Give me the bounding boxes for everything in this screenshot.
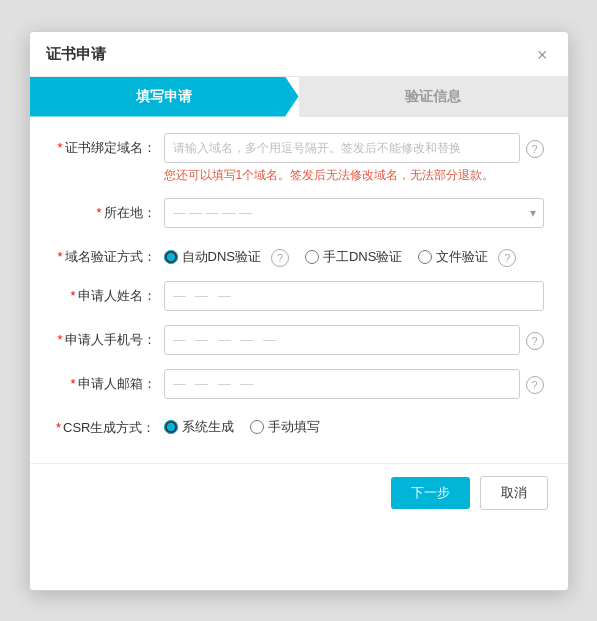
domain-content: ? 您还可以填写1个域名。签发后无法修改域名，无法部分退款。 (164, 133, 544, 184)
required-star-phone: * (57, 332, 62, 347)
applicant-phone-row: *申请人手机号： ? (54, 325, 544, 355)
radio-manual-dns-input[interactable] (305, 250, 319, 264)
next-button[interactable]: 下一步 (391, 477, 470, 509)
radio-manual-fill-label: 手动填写 (268, 418, 320, 436)
validation-content: 自动DNS验证 ? 手工DNS验证 文件验证 ? (164, 242, 544, 267)
csr-content: 系统生成 手动填写 (164, 413, 544, 436)
validation-label: *域名验证方式： (54, 242, 164, 266)
location-row: *所在地： — — — — — ▾ (54, 198, 544, 228)
auto-dns-help-icon[interactable]: ? (271, 249, 289, 267)
domain-hint: 您还可以填写1个域名。签发后无法修改域名，无法部分退款。 (164, 167, 544, 184)
csr-radio-group: 系统生成 手动填写 (164, 413, 544, 436)
tab-verify[interactable]: 验证信息 (299, 77, 568, 117)
radio-manual-dns[interactable]: 手工DNS验证 (305, 248, 402, 266)
email-input-row: ? (164, 369, 544, 399)
applicant-phone-label: *申请人手机号： (54, 325, 164, 349)
radio-auto-dns-label: 自动DNS验证 (182, 248, 261, 266)
certificate-apply-dialog: 证书申请 × 填写申请 验证信息 *证书绑定域名： ? 您还可以填写1个域名。签… (29, 31, 569, 591)
domain-row: *证书绑定域名： ? 您还可以填写1个域名。签发后无法修改域名，无法部分退款。 (54, 133, 544, 184)
applicant-name-content (164, 281, 544, 311)
radio-auto-gen-input[interactable] (164, 420, 178, 434)
radio-auto-gen-label: 系统生成 (182, 418, 234, 436)
domain-input-row: ? (164, 133, 544, 163)
applicant-name-label: *申请人姓名： (54, 281, 164, 305)
applicant-email-label: *申请人邮箱： (54, 369, 164, 393)
csr-label: *CSR生成方式： (54, 413, 164, 437)
radio-manual-fill-input[interactable] (250, 420, 264, 434)
radio-auto-dns-input[interactable] (164, 250, 178, 264)
domain-label: *证书绑定域名： (54, 133, 164, 157)
cancel-button[interactable]: 取消 (480, 476, 548, 510)
radio-file-label: 文件验证 (436, 248, 488, 266)
file-help-icon[interactable]: ? (498, 249, 516, 267)
radio-file-input[interactable] (418, 250, 432, 264)
location-label: *所在地： (54, 198, 164, 222)
phone-help-icon[interactable]: ? (526, 332, 544, 350)
dialog-footer: 下一步 取消 (30, 463, 568, 522)
close-button[interactable]: × (533, 44, 552, 66)
required-star-name: * (70, 288, 75, 303)
applicant-phone-input[interactable] (164, 325, 520, 355)
location-select-wrapper: — — — — — ▾ (164, 198, 544, 228)
applicant-email-input[interactable] (164, 369, 520, 399)
radio-auto-gen[interactable]: 系统生成 (164, 418, 234, 436)
required-star-email: * (70, 376, 75, 391)
required-star-location: * (96, 205, 101, 220)
radio-file[interactable]: 文件验证 ? (418, 247, 516, 267)
phone-input-row: ? (164, 325, 544, 355)
applicant-phone-content: ? (164, 325, 544, 355)
tab-fill[interactable]: 填写申请 (30, 77, 299, 117)
applicant-email-content: ? (164, 369, 544, 399)
required-star-domain: * (57, 140, 62, 155)
applicant-email-row: *申请人邮箱： ? (54, 369, 544, 399)
applicant-name-input[interactable] (164, 281, 544, 311)
csr-row: *CSR生成方式： 系统生成 手动填写 (54, 413, 544, 437)
radio-auto-dns[interactable]: 自动DNS验证 ? (164, 247, 289, 267)
required-star-validation: * (57, 249, 62, 264)
form-body: *证书绑定域名： ? 您还可以填写1个域名。签发后无法修改域名，无法部分退款。 … (30, 117, 568, 463)
required-star-csr: * (56, 420, 61, 435)
radio-manual-fill[interactable]: 手动填写 (250, 418, 320, 436)
validation-row: *域名验证方式： 自动DNS验证 ? 手工DNS验证 文件验证 (54, 242, 544, 267)
location-select[interactable]: — — — — — (164, 198, 544, 228)
applicant-name-row: *申请人姓名： (54, 281, 544, 311)
domain-help-icon[interactable]: ? (526, 140, 544, 158)
domain-input[interactable] (164, 133, 520, 163)
dialog-title: 证书申请 (46, 45, 106, 64)
email-help-icon[interactable]: ? (526, 376, 544, 394)
dialog-header: 证书申请 × (30, 32, 568, 77)
location-content: — — — — — ▾ (164, 198, 544, 228)
validation-radio-group: 自动DNS验证 ? 手工DNS验证 文件验证 ? (164, 242, 544, 267)
radio-manual-dns-label: 手工DNS验证 (323, 248, 402, 266)
tab-bar: 填写申请 验证信息 (30, 77, 568, 117)
